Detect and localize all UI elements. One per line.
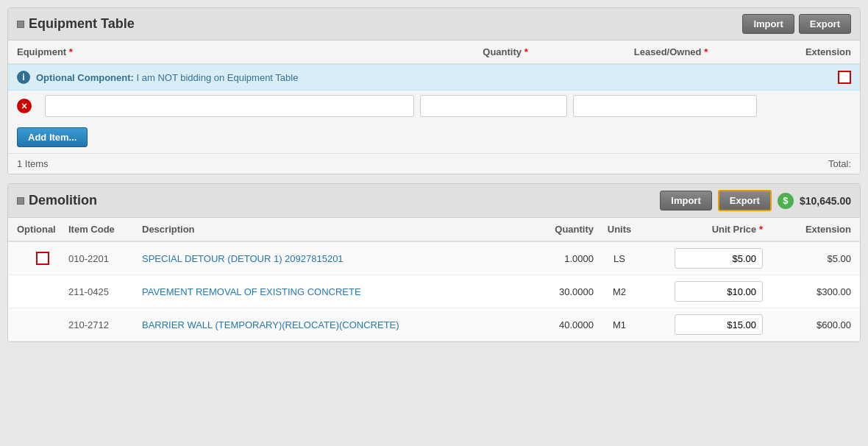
- unit-price-input-2[interactable]: [675, 314, 763, 335]
- unit-price-cell-1: [645, 281, 763, 302]
- item-code-col-header: Item Code: [68, 224, 142, 235]
- unit-price-col-header: Unit Price *: [645, 224, 763, 235]
- demolition-row: 210-2712 BARRIER WALL (TEMPORARY)(RELOCA…: [8, 308, 860, 341]
- optional-checkbox-0[interactable]: [36, 252, 49, 265]
- collapse-icon-demo[interactable]: [17, 197, 24, 205]
- equipment-table-panel: Equipment Table Import Export Equipment …: [7, 7, 861, 174]
- quantity-col-header-demo: Quantity: [520, 224, 594, 235]
- extension-col-header-demo: Extension: [763, 224, 851, 235]
- description-link-0[interactable]: SPECIAL DETOUR (DETOUR 1) 20927815201: [142, 253, 520, 264]
- item-code-0: 010-2201: [68, 253, 142, 264]
- description-col-header: Description: [142, 224, 520, 235]
- info-icon: i: [17, 71, 30, 84]
- item-code-2: 210-2712: [68, 319, 142, 330]
- equipment-import-button[interactable]: Import: [742, 14, 794, 34]
- unit-price-input-0[interactable]: [675, 248, 763, 269]
- demolition-export-button[interactable]: Export: [718, 190, 772, 211]
- demolition-header-left: Demolition: [17, 193, 97, 208]
- leased-owned-input[interactable]: [573, 95, 757, 117]
- demolition-header: Demolition Import Export $ $10,645.00: [8, 184, 860, 218]
- description-link-2[interactable]: BARRIER WALL (TEMPORARY)(RELOCATE)(CONCR…: [142, 319, 520, 330]
- optional-banner-text: Optional Component: I am NOT bidding on …: [36, 72, 832, 83]
- demolition-panel: Demolition Import Export $ $10,645.00 Op…: [7, 183, 861, 342]
- equipment-input[interactable]: [45, 95, 414, 117]
- demolition-row: 010-2201 SPECIAL DETOUR (DETOUR 1) 20927…: [8, 242, 860, 275]
- quantity-val-1: 30.0000: [520, 286, 594, 297]
- demolition-import-button[interactable]: Import: [660, 191, 711, 210]
- optional-component-banner: i Optional Component: I am NOT bidding o…: [8, 64, 860, 91]
- unit-price-input-1[interactable]: [675, 281, 763, 302]
- extension-val-0: $5.00: [763, 253, 851, 264]
- demolition-rows-container: 010-2201 SPECIAL DETOUR (DETOUR 1) 20927…: [8, 242, 860, 341]
- collapse-icon[interactable]: [17, 21, 24, 28]
- quantity-input[interactable]: [420, 95, 567, 117]
- units-val-2: M1: [594, 319, 645, 330]
- items-count: 1 Items: [17, 158, 49, 169]
- extension-val-2: $600.00: [763, 319, 851, 330]
- quantity-val-0: 1.0000: [520, 253, 594, 264]
- equipment-table-header-buttons: Import Export: [742, 14, 851, 34]
- quantity-col-header: Quantity *: [432, 46, 579, 57]
- demolition-total-price: $10,645.00: [800, 195, 851, 207]
- add-item-row: Add Item...: [8, 121, 860, 153]
- optional-cell-0: [17, 252, 68, 265]
- leased-owned-col-header: Leased/Owned *: [579, 46, 763, 57]
- unit-price-cell-0: [645, 248, 763, 269]
- equipment-table-column-headers: Equipment * Quantity * Leased/Owned * Ex…: [8, 40, 860, 64]
- remove-row-button[interactable]: ×: [17, 99, 32, 113]
- equipment-table-title-text: Equipment Table: [29, 16, 135, 32]
- extension-col-header: Extension: [763, 46, 851, 57]
- not-bidding-checkbox[interactable]: [838, 71, 851, 84]
- units-col-header: Units: [594, 224, 645, 235]
- demolition-title: Demolition: [29, 193, 97, 208]
- unit-price-cell-2: [645, 314, 763, 335]
- demolition-header-right: Import Export $ $10,645.00: [660, 190, 851, 211]
- extension-val-1: $300.00: [763, 286, 851, 297]
- quantity-val-2: 40.0000: [520, 319, 594, 330]
- equipment-table-header: Equipment Table Import Export: [8, 8, 860, 40]
- item-code-1: 211-0425: [68, 286, 142, 297]
- units-val-0: LS: [594, 253, 645, 264]
- add-item-button[interactable]: Add Item...: [17, 127, 88, 147]
- dollar-icon: $: [778, 193, 794, 209]
- equipment-table-title: Equipment Table: [17, 16, 135, 32]
- description-link-1[interactable]: PAVEMENT REMOVAL OF EXISTING CONCRETE: [142, 286, 520, 297]
- items-total-row: 1 Items Total:: [8, 153, 860, 174]
- equipment-col-header: Equipment *: [17, 46, 432, 57]
- equipment-export-button[interactable]: Export: [799, 14, 851, 34]
- optional-col-header: Optional: [17, 224, 68, 235]
- demolition-column-headers: Optional Item Code Description Quantity …: [8, 218, 860, 242]
- demolition-row: 211-0425 PAVEMENT REMOVAL OF EXISTING CO…: [8, 275, 860, 308]
- total-label: Total:: [828, 158, 851, 169]
- equipment-data-row: ×: [8, 91, 860, 121]
- units-val-1: M2: [594, 286, 645, 297]
